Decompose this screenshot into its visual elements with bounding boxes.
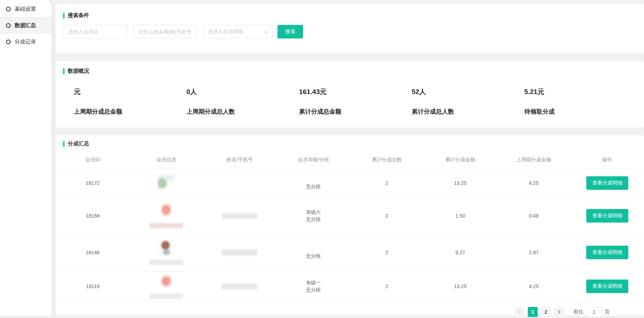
sidebar-item-label: 数据汇总 <box>15 22 36 29</box>
cell-last-period: 4.25 <box>497 271 571 301</box>
sidebar: 基础设置 数据汇总 分成记录 <box>0 0 52 316</box>
table-header-row: 会员ID 会员信息 姓名/手机号 会员等级/分组 累计分成次数 累计分成金额 上… <box>56 152 644 168</box>
view-detail-button[interactable]: 查看分成明细 <box>586 280 628 293</box>
sidebar-item-data-summary[interactable]: 数据汇总 <box>0 17 52 33</box>
member-avatar <box>158 274 174 291</box>
stat-total-amount: 161.43元 累计分成总金额 <box>299 87 412 116</box>
table-row: 18172 无分组 2 13.25 4.25 查看分 <box>56 168 644 198</box>
member-group: 无分组 <box>276 252 350 260</box>
member-level <box>276 176 350 183</box>
search-conditions-card: 搜索条件 合伙人会员等级 搜索 <box>56 4 644 53</box>
chevron-right-icon <box>557 310 561 314</box>
commission-summary-card: 分成汇总 会员ID 会员信息 姓名/手机号 会员等级/分组 累计分成次数 累计分… <box>56 135 644 315</box>
main-content: 搜索条件 合伙人会员等级 搜索 数据概况 元 上周期分成总金额 <box>56 0 644 315</box>
cell-member-info <box>129 271 203 301</box>
cell-actions: 查看分成明细 <box>571 271 644 301</box>
col-last-period: 上周期分成金额 <box>497 152 571 168</box>
cell-commission-total: 13.25 <box>424 271 497 301</box>
table-row: 18119 等级一 无分组 2 13.25 <box>56 271 644 301</box>
view-detail-button[interactable]: 查看分成明细 <box>586 246 628 259</box>
view-detail-button[interactable]: 查看分成明细 <box>586 209 628 223</box>
cell-commission-count: 2 <box>350 234 424 271</box>
col-level-group: 会员等级/分组 <box>276 152 350 168</box>
commission-summary-table: 会员ID 会员信息 姓名/手机号 会员等级/分组 累计分成次数 累计分成金额 上… <box>56 152 644 302</box>
stat-value: 161.43元 <box>299 87 412 97</box>
data-overview-card: 数据概况 元 上周期分成总金额 0人 上周期分成总人数 161.43元 累计分成… <box>56 61 644 127</box>
stat-value: 52人 <box>412 87 524 97</box>
member-avatar <box>158 175 174 191</box>
select-placeholder: 合伙人会员等级 <box>208 28 243 35</box>
member-group: 无分组 <box>276 183 350 190</box>
sidebar-item-label: 基础设置 <box>15 6 36 12</box>
page-button-1[interactable]: 1 <box>528 307 538 317</box>
stat-value: 元 <box>74 87 186 97</box>
cell-member-id: 18158 <box>56 198 129 234</box>
cell-member-info <box>129 168 203 198</box>
cell-commission-count: 2 <box>350 198 424 234</box>
stat-label: 上周期分成总金额 <box>74 108 186 116</box>
sidebar-item-commission-records[interactable]: 分成记录 <box>0 33 52 50</box>
cell-actions: 查看分成明细 <box>571 234 644 271</box>
overview-section-title: 数据概况 <box>63 68 637 74</box>
partner-name-input[interactable] <box>133 25 197 38</box>
cell-commission-total: 13.25 <box>424 168 497 198</box>
section-title-text: 搜索条件 <box>68 12 89 19</box>
page-button-2[interactable]: 2 <box>541 307 551 317</box>
section-title-text: 数据概况 <box>68 68 89 74</box>
cell-last-period: 2.97 <box>497 234 571 271</box>
cell-member-id: 18146 <box>56 234 129 271</box>
col-commission-total: 累计分成金额 <box>424 152 497 168</box>
cell-commission-count: 2 <box>350 168 424 198</box>
cell-level-group: 等级一 无分组 <box>276 271 350 301</box>
blurred-nickname <box>149 223 183 228</box>
cell-last-period: 4.25 <box>497 168 571 198</box>
stat-label: 累计分成总金额 <box>299 108 412 116</box>
prev-page-button[interactable] <box>515 307 525 317</box>
cell-member-info <box>129 198 203 234</box>
stat-label: 上周期分成总人数 <box>186 108 299 116</box>
partner-level-select[interactable]: 合伙人会员等级 <box>203 25 272 38</box>
chevron-left-icon <box>518 310 521 314</box>
cell-name-phone <box>203 234 276 271</box>
col-member-info: 会员信息 <box>129 152 203 168</box>
stat-label: 待领取分成 <box>524 108 637 116</box>
table-row: 18146 无分组 2 9.27 <box>56 234 644 271</box>
stat-last-period-amount: 元 上周期分成总金额 <box>74 87 186 116</box>
blurred-name <box>222 283 257 290</box>
pagination: 1 2 前往 页 <box>56 302 644 317</box>
section-accent-bar <box>63 13 65 19</box>
section-accent-bar <box>63 68 65 74</box>
cell-level-group: 无分组 <box>276 234 350 271</box>
col-member-id: 会员ID <box>56 152 129 168</box>
cell-name-phone <box>203 168 276 198</box>
col-actions: 操作 <box>571 152 644 168</box>
member-level: 等级一 <box>276 279 350 286</box>
goto-label: 前往 <box>573 309 583 315</box>
blurred-name <box>222 213 257 219</box>
stats-row: 元 上周期分成总金额 0人 上周期分成总人数 161.43元 累计分成总金额 5… <box>63 87 637 116</box>
cell-name-phone <box>203 271 276 301</box>
cell-actions: 查看分成明细 <box>571 168 644 198</box>
cell-level-group: 无分组 <box>276 168 350 198</box>
sidebar-item-basic-settings[interactable]: 基础设置 <box>0 1 52 17</box>
stat-last-period-count: 0人 上周期分成总人数 <box>186 87 299 116</box>
blurred-name <box>222 250 257 256</box>
col-commission-count: 累计分成次数 <box>350 152 424 168</box>
cell-member-info <box>129 234 203 271</box>
search-button[interactable]: 搜索 <box>277 25 303 38</box>
goto-page-input[interactable] <box>586 307 602 317</box>
goto-suffix: 页 <box>605 309 610 315</box>
cell-commission-count: 2 <box>350 271 424 301</box>
partner-member-id-input[interactable] <box>63 25 127 38</box>
next-page-button[interactable] <box>554 307 564 317</box>
summary-section-title: 分成汇总 <box>56 140 644 147</box>
chevron-down-icon <box>264 30 268 34</box>
section-title-text: 分成汇总 <box>68 140 89 147</box>
view-detail-button[interactable]: 查看分成明细 <box>586 176 628 190</box>
cell-actions: 查看分成明细 <box>571 198 644 234</box>
table-row: 18158 等级六 无分组 2 1.50 <box>56 198 644 234</box>
sidebar-item-label: 分成记录 <box>15 38 36 45</box>
member-avatar <box>158 240 174 257</box>
cell-commission-total: 9.27 <box>424 234 497 271</box>
radio-circle-icon <box>6 23 11 28</box>
